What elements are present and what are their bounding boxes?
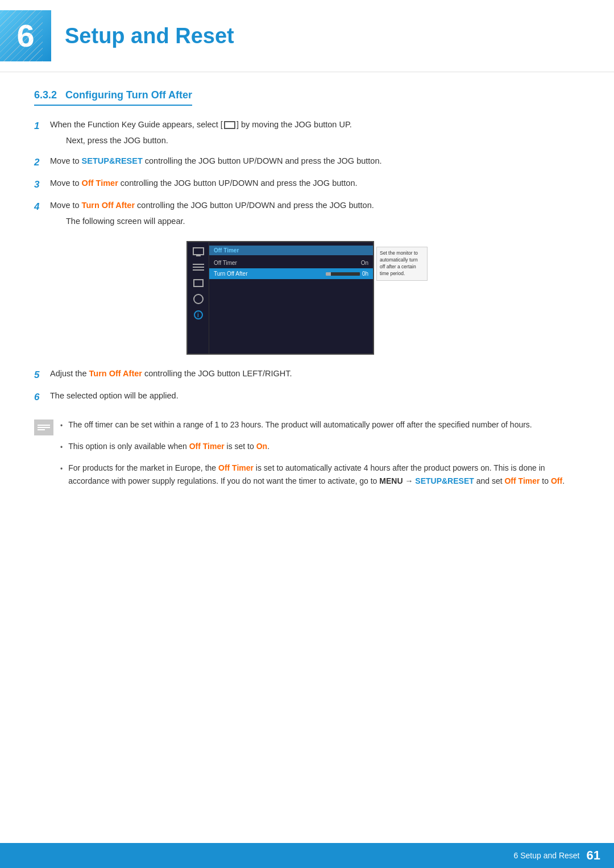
note-line-3 bbox=[38, 429, 45, 430]
diagonal-pattern bbox=[0, 10, 43, 61]
sidebar-lines-icon bbox=[192, 263, 205, 272]
sidebar-rect-icon bbox=[192, 279, 205, 288]
menu-title-text: Off Timer bbox=[214, 247, 239, 254]
off-timer-note-3: Off Timer bbox=[218, 463, 254, 472]
note-text-1: The off timer can be set within a range … bbox=[68, 418, 532, 431]
step-6: 6 The selected option will be applied. bbox=[34, 389, 580, 405]
step-6-num: 6 bbox=[34, 389, 50, 405]
monitor-screen: i Off Timer Off Timer On Turn Off Af bbox=[186, 241, 374, 355]
turn-off-after-value: 0h bbox=[362, 271, 368, 277]
note-line-2 bbox=[38, 427, 50, 428]
off-timer-item-value: On bbox=[361, 260, 368, 266]
tooltip-text: Set the monitor to automatically turn of… bbox=[380, 250, 418, 276]
menu-ref: MENU bbox=[379, 476, 403, 485]
setup-reset-ref: SETUP&RESET bbox=[415, 476, 474, 485]
note-item-2: • This option is only available when Off… bbox=[60, 440, 580, 454]
turn-off-after-label-4: Turn Off After bbox=[82, 201, 135, 210]
note-item-3: • For products for the market in Europe,… bbox=[60, 462, 580, 488]
sidebar-gear-icon bbox=[192, 294, 205, 304]
sidebar-tv-icon bbox=[192, 247, 205, 256]
off-timer-ref: Off Timer bbox=[504, 476, 540, 485]
bullet-1: • bbox=[60, 421, 63, 432]
step-1-num: 1 bbox=[34, 118, 50, 148]
bullet-3: • bbox=[60, 464, 63, 475]
menu-item-off-timer: Off Timer On bbox=[209, 258, 373, 268]
page-header: 6 Setup and Reset bbox=[0, 0, 614, 72]
note-text-2: This option is only available when Off T… bbox=[68, 440, 269, 453]
step-2: 2 Move to SETUP&RESET controlling the JO… bbox=[34, 155, 580, 170]
step-1-text: When the Function Key Guide appears, sel… bbox=[50, 118, 580, 148]
step-3-text: Move to Off Timer controlling the JOG bu… bbox=[50, 177, 580, 192]
step-3: 3 Move to Off Timer controlling the JOG … bbox=[34, 177, 580, 192]
page-number: 61 bbox=[587, 848, 600, 863]
screen-mockup-container: i Off Timer Off Timer On Turn Off Af bbox=[34, 241, 580, 355]
page-footer: 6 Setup and Reset 61 bbox=[0, 843, 614, 868]
step-4: 4 Move to Turn Off After controlling the… bbox=[34, 199, 580, 229]
section-heading: 6.3.2 Configuring Turn Off After bbox=[34, 89, 580, 118]
monitor-sidebar: i bbox=[188, 242, 209, 354]
step-1: 1 When the Function Key Guide appears, s… bbox=[34, 118, 580, 148]
chapter-title: Setup and Reset bbox=[65, 24, 234, 48]
note-text-3: For products for the market in Europe, t… bbox=[68, 462, 580, 488]
off-timer-note-2: Off Timer bbox=[189, 442, 225, 451]
menu-item-turn-off-after: Turn Off After 0h bbox=[209, 268, 373, 279]
step-2-text: Move to SETUP&RESET controlling the JOG … bbox=[50, 155, 580, 170]
off-timer-item-label: Off Timer bbox=[214, 260, 237, 266]
off-ref: Off bbox=[551, 476, 562, 485]
step-6-text: The selected option will be applied. bbox=[50, 389, 580, 405]
menu-title-bar: Off Timer bbox=[209, 246, 373, 255]
step-1-sub: Next, press the JOG button. bbox=[66, 134, 580, 148]
steps-list-2: 5 Adjust the Turn Off After controlling … bbox=[34, 367, 580, 405]
step-5-num: 5 bbox=[34, 367, 50, 383]
notes-list: • The off timer can be set within a rang… bbox=[60, 418, 580, 496]
progress-fill bbox=[326, 272, 331, 276]
steps-list: 1 When the Function Key Guide appears, s… bbox=[34, 118, 580, 229]
step-4-text: Move to Turn Off After controlling the J… bbox=[50, 199, 580, 229]
step-5-text: Adjust the Turn Off After controlling th… bbox=[50, 367, 580, 383]
sidebar-info-icon: i bbox=[192, 310, 205, 319]
screen-mockup: i Off Timer Off Timer On Turn Off Af bbox=[186, 241, 428, 355]
step-3-num: 3 bbox=[34, 177, 50, 192]
step-5: 5 Adjust the Turn Off After controlling … bbox=[34, 367, 580, 383]
note-icon-inner bbox=[38, 422, 50, 433]
section-title: Configuring Turn Off After bbox=[65, 89, 192, 101]
on-value-note-2: On bbox=[256, 442, 267, 451]
off-timer-label-3: Off Timer bbox=[82, 178, 118, 188]
bullet-2: • bbox=[60, 442, 63, 454]
monitor-menu: Off Timer Off Timer On Turn Off After bbox=[209, 242, 373, 354]
step-2-num: 2 bbox=[34, 155, 50, 170]
page-content: 6.3.2 Configuring Turn Off After 1 When … bbox=[0, 89, 614, 530]
note-item-1: • The off timer can be set within a rang… bbox=[60, 418, 580, 432]
progress-bar bbox=[326, 272, 360, 276]
note-icon bbox=[34, 420, 53, 435]
section-number: 6.3.2 bbox=[34, 89, 57, 101]
turn-off-after-item-label: Turn Off After bbox=[214, 271, 247, 277]
note-line-1 bbox=[38, 425, 50, 426]
turn-off-after-label-5: Turn Off After bbox=[89, 369, 142, 378]
tooltip-box: Set the monitor to automatically turn of… bbox=[376, 247, 428, 281]
step-4-num: 4 bbox=[34, 199, 50, 229]
step-4-sub: The following screen will appear. bbox=[66, 215, 580, 229]
setup-reset-label: SETUP&RESET bbox=[82, 156, 143, 165]
footer-text: 6 Setup and Reset bbox=[514, 851, 580, 860]
notes-section: • The off timer can be set within a rang… bbox=[34, 418, 580, 496]
progress-bar-area: 0h bbox=[326, 271, 368, 277]
